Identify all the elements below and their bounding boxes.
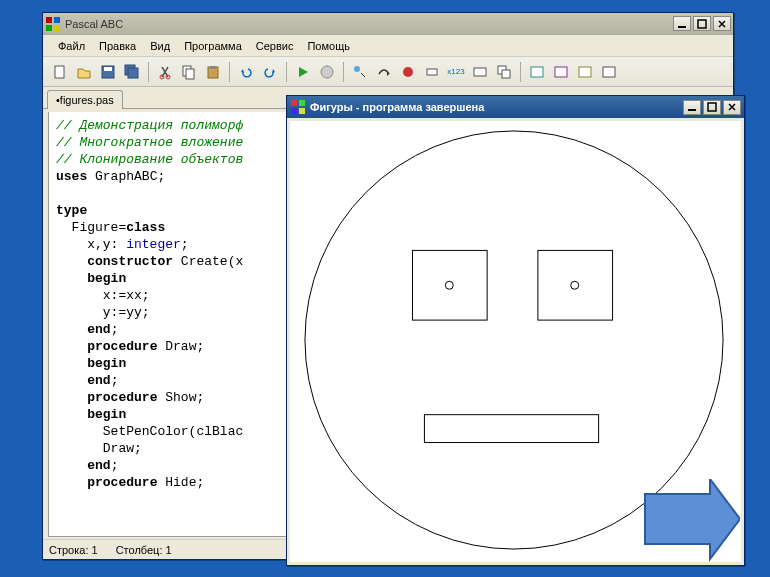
breakpoint-icon[interactable] (397, 61, 419, 83)
svg-rect-16 (210, 66, 216, 69)
redo-icon[interactable] (259, 61, 281, 83)
svg-rect-26 (579, 67, 591, 77)
code-text: SetPenColor(clBlac (56, 424, 243, 439)
variables-icon[interactable]: x123 (445, 61, 467, 83)
toolbar: x123 (43, 57, 733, 87)
step-into-icon[interactable] (349, 61, 371, 83)
separator (148, 62, 149, 82)
svg-rect-0 (46, 17, 52, 23)
menu-service[interactable]: Сервис (249, 38, 301, 54)
code-keyword: procedure (87, 390, 157, 405)
stop-icon[interactable] (316, 61, 338, 83)
code-comment: // Клонирование объектов (56, 152, 243, 167)
gfx-titlebar[interactable]: Фигуры - программа завершена (287, 96, 744, 118)
code-text: Draw; (56, 441, 142, 456)
code-text: x,y: (56, 237, 126, 252)
menu-view[interactable]: Вид (143, 38, 177, 54)
code-text: Show; (157, 390, 204, 405)
menu-program[interactable]: Программа (177, 38, 249, 54)
left-eye-square (412, 250, 487, 320)
svg-rect-28 (291, 100, 297, 106)
watch-icon[interactable] (421, 61, 443, 83)
step-over-icon[interactable] (373, 61, 395, 83)
menubar: Файл Правка Вид Программа Сервис Помощь (43, 35, 733, 57)
code-text: ; (111, 373, 119, 388)
ide-title: Pascal ABC (65, 18, 673, 30)
code-keyword: begin (87, 271, 126, 286)
code-keyword: procedure (87, 475, 157, 490)
gfx-maximize-button[interactable] (703, 100, 721, 115)
code-text: ; (111, 458, 119, 473)
svg-rect-2 (46, 25, 52, 31)
separator (286, 62, 287, 82)
code-text: Figure= (56, 220, 126, 235)
code-comment: // Многократное вложение (56, 135, 243, 150)
tool1-icon[interactable] (574, 61, 596, 83)
gfx-close-button[interactable] (723, 100, 741, 115)
gfx-minimize-button[interactable] (683, 100, 701, 115)
tool2-icon[interactable] (598, 61, 620, 83)
output-icon[interactable] (526, 61, 548, 83)
code-text (56, 254, 87, 269)
svg-rect-1 (54, 17, 60, 23)
window-controls (673, 16, 731, 31)
win-cascade-icon[interactable] (493, 61, 515, 83)
svg-rect-10 (128, 68, 138, 78)
svg-rect-30 (291, 108, 297, 114)
run-icon[interactable] (292, 61, 314, 83)
code-text: Create(x (173, 254, 243, 269)
gfx-title: Фигуры - программа завершена (310, 101, 683, 113)
status-line-value: 1 (92, 544, 98, 556)
menu-file[interactable]: Файл (51, 38, 92, 54)
svg-rect-4 (678, 26, 686, 28)
code-keyword: end (87, 458, 110, 473)
code-keyword: uses (56, 169, 87, 184)
save-icon[interactable] (97, 61, 119, 83)
svg-rect-25 (555, 67, 567, 77)
app-icon (45, 16, 61, 32)
right-eye-pupil (571, 281, 579, 289)
saveall-icon[interactable] (121, 61, 143, 83)
code-keyword: end (87, 373, 110, 388)
svg-point-18 (354, 66, 360, 72)
code-comment: // Демонстрация полиморф (56, 118, 243, 133)
code-text: Hide; (157, 475, 204, 490)
svg-rect-20 (427, 69, 437, 75)
svg-rect-14 (186, 69, 194, 79)
graphics-canvas (290, 121, 741, 562)
status-line: Строка: 1 (49, 544, 98, 556)
minimize-button[interactable] (673, 16, 691, 31)
new-icon[interactable] (49, 61, 71, 83)
status-col: Столбец: 1 (116, 544, 172, 556)
open-icon[interactable] (73, 61, 95, 83)
paste-icon[interactable] (202, 61, 224, 83)
svg-rect-29 (299, 100, 305, 106)
svg-rect-27 (603, 67, 615, 77)
copy-icon[interactable] (178, 61, 200, 83)
code-text: x:=xx; (56, 288, 150, 303)
status-col-value: 1 (166, 544, 172, 556)
svg-rect-21 (474, 68, 486, 76)
close-button[interactable] (713, 16, 731, 31)
code-keyword: constructor (87, 254, 173, 269)
menu-help[interactable]: Помощь (300, 38, 357, 54)
code-keyword: begin (87, 407, 126, 422)
cut-icon[interactable] (154, 61, 176, 83)
undo-icon[interactable] (235, 61, 257, 83)
gfx-window-controls (683, 100, 741, 115)
svg-rect-32 (688, 109, 696, 111)
left-eye-pupil (445, 281, 453, 289)
eval-icon[interactable] (469, 61, 491, 83)
gfx-app-icon (290, 99, 306, 115)
svg-point-17 (321, 66, 333, 78)
file-tab[interactable]: •figures.pas (47, 90, 123, 109)
code-keyword: procedure (87, 339, 157, 354)
svg-rect-8 (104, 67, 112, 71)
menu-edit[interactable]: Правка (92, 38, 143, 54)
svg-rect-24 (531, 67, 543, 77)
messages-icon[interactable] (550, 61, 572, 83)
graphics-output-window: Фигуры - программа завершена (286, 95, 745, 566)
maximize-button[interactable] (693, 16, 711, 31)
code-text: ; (181, 237, 189, 252)
ide-titlebar[interactable]: Pascal ABC (43, 13, 733, 35)
